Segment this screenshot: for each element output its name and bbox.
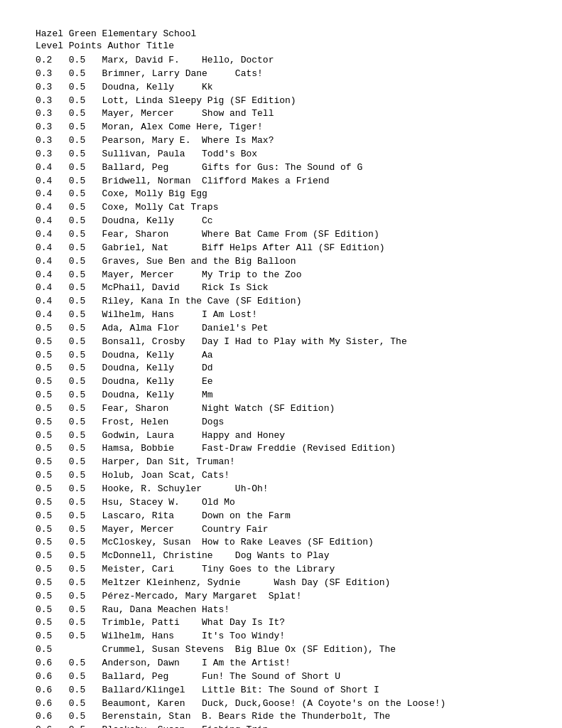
table-row: 0.5 0.5 Pérez-Mercado, Mary Margaret Spl… bbox=[36, 590, 526, 604]
table-row: 0.5 0.5 Meltzer Kleinhenz, Sydnie Wash D… bbox=[36, 577, 526, 590]
table-row: 0.5 0.5 Hamsa, Bobbie Fast-Draw Freddie … bbox=[36, 442, 526, 456]
table-row: 0.5 0.5 Hooke, R. Schuyler Uh-Oh! bbox=[36, 483, 526, 496]
table-row: 0.5 0.5 Wilhelm, Hans It's Too Windy! bbox=[36, 630, 526, 643]
table-row: 0.4 0.5 Graves, Sue Ben and the Big Ball… bbox=[36, 255, 526, 269]
table-row: 0.5 0.5 Frost, Helen Dogs bbox=[36, 416, 526, 429]
table-row: 0.5 0.5 Meister, Cari Tiny Goes to the L… bbox=[36, 563, 526, 577]
table-row: 0.4 0.5 Ballard, Peg Gifts for Gus: The … bbox=[36, 161, 526, 175]
table-row: 0.5 0.5 Doudna, Kelly Mm bbox=[36, 389, 526, 402]
table-row: 0.6 0.5 Anderson, Dawn I Am the Artist! bbox=[36, 657, 526, 670]
table-row: 0.6 0.5 Blackaby, Susan Fishing Trip bbox=[36, 724, 526, 728]
table-row: 0.4 0.5 Bridwell, Norman Clifford Makes … bbox=[36, 175, 526, 188]
table-row: 0.5 0.5 Doudna, Kelly Ee bbox=[36, 375, 526, 389]
table-row: 0.4 0.5 Doudna, Kelly Cc bbox=[36, 215, 526, 228]
table-row: 0.3 0.5 Mayer, Mercer Show and Tell bbox=[36, 107, 526, 121]
table-row: 0.5 0.5 Harper, Dan Sit, Truman! bbox=[36, 456, 526, 469]
table-row: 0.4 0.5 Wilhelm, Hans I Am Lost! bbox=[36, 309, 526, 322]
table-row: 0.5 0.5 Bonsall, Crosby Day I Had to Pla… bbox=[36, 336, 526, 349]
table-row: 0.4 0.5 Riley, Kana In the Cave (SF Edit… bbox=[36, 295, 526, 309]
table-row: 0.4 0.5 Mayer, Mercer My Trip to the Zoo bbox=[36, 269, 526, 282]
table-row: 0.6 0.5 Berenstain, Stan B. Bears Ride t… bbox=[36, 710, 526, 724]
table-row: 0.5 0.5 Lascaro, Rita Down on the Farm bbox=[36, 510, 526, 523]
table-row: 0.4 0.5 Coxe, Molly Big Egg bbox=[36, 188, 526, 201]
table-row: 0.3 0.5 Sullivan, Paula Todd's Box bbox=[36, 148, 526, 161]
header-row: Level Points Author Title bbox=[36, 41, 526, 51]
table-row: 0.3 0.5 Pearson, Mary E. Where Is Max? bbox=[36, 134, 526, 148]
table-row: 0.6 0.5 Ballard, Peg Fun! The Sound of S… bbox=[36, 670, 526, 684]
table-row: 0.3 0.5 Doudna, Kelly Kk bbox=[36, 81, 526, 95]
table-row: 0.4 0.5 Gabriel, Nat Biff Helps After Al… bbox=[36, 242, 526, 255]
table-row: 0.3 0.5 Lott, Linda Sleepy Pig (SF Editi… bbox=[36, 95, 526, 108]
table-row: 0.5 0.5 McDonnell, Christine Dog Wants t… bbox=[36, 550, 526, 563]
data-table: 0.2 0.5 Marx, David F. Hello, Doctor0.3 … bbox=[36, 54, 526, 728]
table-row: 0.5 Crummel, Susan Stevens Big Blue Ox (… bbox=[36, 643, 526, 657]
school-title: Hazel Green Elementary School bbox=[36, 28, 526, 39]
table-row: 0.5 0.5 Hsu, Stacey W. Old Mo bbox=[36, 496, 526, 510]
table-row: 0.3 0.5 Moran, Alex Come Here, Tiger! bbox=[36, 121, 526, 134]
table-row: 0.5 0.5 Doudna, Kelly Aa bbox=[36, 349, 526, 363]
table-row: 0.5 0.5 Godwin, Laura Happy and Honey bbox=[36, 429, 526, 443]
table-row: 0.4 0.5 Fear, Sharon Where Bat Came From… bbox=[36, 228, 526, 242]
table-row: 0.3 0.5 Brimner, Larry Dane Cats! bbox=[36, 68, 526, 81]
table-row: 0.4 0.5 Coxe, Molly Cat Traps bbox=[36, 201, 526, 215]
table-row: 0.6 0.5 Ballard/Klingel Little Bit: The … bbox=[36, 684, 526, 697]
table-row: 0.5 0.5 Mayer, Mercer Country Fair bbox=[36, 523, 526, 537]
table-row: 0.5 0.5 Doudna, Kelly Dd bbox=[36, 362, 526, 375]
table-row: 0.2 0.5 Marx, David F. Hello, Doctor bbox=[36, 54, 526, 68]
table-row: 0.4 0.5 McPhail, David Rick Is Sick bbox=[36, 282, 526, 295]
table-row: 0.5 0.5 Trimble, Patti What Day Is It? bbox=[36, 616, 526, 630]
table-row: 0.5 0.5 Rau, Dana Meachen Hats! bbox=[36, 604, 526, 617]
table-row: 0.5 0.5 Ada, Alma Flor Daniel's Pet bbox=[36, 322, 526, 336]
table-row: 0.5 0.5 Holub, Joan Scat, Cats! bbox=[36, 469, 526, 483]
table-row: 0.5 0.5 Fear, Sharon Night Watch (SF Edi… bbox=[36, 402, 526, 416]
table-row: 0.6 0.5 Beaumont, Karen Duck, Duck,Goose… bbox=[36, 697, 526, 711]
table-row: 0.5 0.5 McCloskey, Susan How to Rake Lea… bbox=[36, 536, 526, 550]
